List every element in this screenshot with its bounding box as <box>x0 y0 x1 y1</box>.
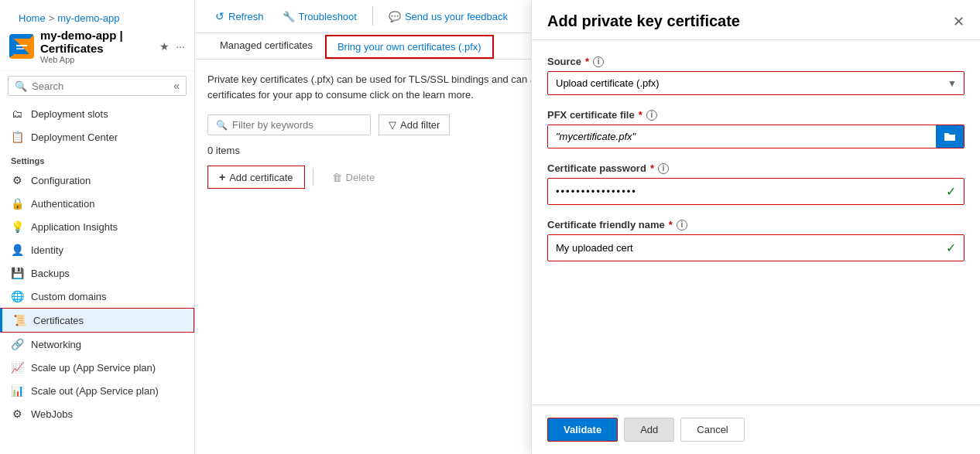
sidebar-item-certificates[interactable]: 📜 Certificates <box>0 308 194 333</box>
friendly-valid-icon: ✓ <box>946 241 956 255</box>
refresh-icon: ↺ <box>215 10 224 22</box>
friendly-required: * <box>669 219 673 230</box>
pfx-file-row <box>547 125 965 148</box>
breadcrumb-app[interactable]: my-demo-app <box>57 12 119 24</box>
sidebar-item-deployment-slots[interactable]: 🗂 Deployment slots <box>0 102 194 125</box>
filter-icon: 🔍 <box>216 120 228 131</box>
sidebar-item-configuration[interactable]: ⚙ Configuration <box>0 169 194 192</box>
sidebar-item-webjobs[interactable]: ⚙ WebJobs <box>0 402 194 425</box>
sidebar-item-application-insights[interactable]: 💡 Application Insights <box>0 215 194 238</box>
feedback-icon: 💬 <box>389 11 401 22</box>
filter-input-box[interactable]: 🔍 <box>207 114 371 135</box>
sidebar-item-label: Deployment slots <box>31 108 108 120</box>
sidebar-item-networking[interactable]: 🔗 Networking <box>0 333 194 356</box>
cancel-button[interactable]: Cancel <box>680 418 744 442</box>
sidebar-item-backups[interactable]: 💾 Backups <box>0 261 194 285</box>
sidebar-item-scale-up[interactable]: 📈 Scale up (App Service plan) <box>0 356 194 379</box>
sidebar-item-label: Backups <box>31 268 70 279</box>
password-label: Certificate password * i <box>547 162 965 174</box>
password-input[interactable] <box>556 186 940 197</box>
sidebar-item-label: Deployment Center <box>31 131 118 143</box>
password-info-icon[interactable]: i <box>658 163 669 174</box>
add-filter-button[interactable]: ▽ Add filter <box>379 114 450 135</box>
identity-icon: 👤 <box>11 244 23 256</box>
sidebar-nav: 🗂 Deployment slots 📋 Deployment Center S… <box>0 102 194 454</box>
pfx-file-input[interactable] <box>548 125 936 148</box>
sidebar-item-label: Identity <box>31 244 63 256</box>
source-select[interactable]: Upload certificate (.pfx) Import from Ke… <box>547 71 965 95</box>
friendly-name-group: Certificate friendly name * i ✓ <box>547 219 965 261</box>
page-title: my-demo-app | Certificates <box>40 29 153 55</box>
sidebar-item-identity[interactable]: 👤 Identity <box>0 238 194 261</box>
certificates-icon: 📜 <box>13 314 26 326</box>
delete-button[interactable]: 🗑 Delete <box>321 167 386 188</box>
pfx-label: PFX certificate file * i <box>547 109 965 121</box>
sidebar-item-label: Custom domains <box>31 291 107 302</box>
validate-button[interactable]: Validate <box>547 418 618 442</box>
sidebar-item-deployment-center[interactable]: 📋 Deployment Center <box>0 125 194 148</box>
friendly-name-input[interactable] <box>556 242 940 254</box>
more-icon[interactable]: ··· <box>176 40 185 53</box>
pfx-group: PFX certificate file * i <box>547 109 965 148</box>
app-subtitle: Web App <box>40 55 153 64</box>
add-cert-label: Add certificate <box>229 172 293 183</box>
panel-footer: Validate Add Cancel <box>532 405 980 454</box>
panel-header: Add private key certificate ✕ <box>532 0 980 40</box>
search-icon: 🔍 <box>15 80 27 92</box>
password-group: Certificate password * i ✓ <box>547 162 965 205</box>
delete-icon: 🗑 <box>332 172 342 183</box>
filter-input[interactable] <box>232 119 362 131</box>
sidebar-item-label: Scale out (App Service plan) <box>31 385 159 397</box>
sidebar-item-authentication[interactable]: 🔒 Authentication <box>0 192 194 215</box>
troubleshoot-icon: 🔧 <box>283 11 295 22</box>
backups-icon: 💾 <box>11 267 23 279</box>
app-title-row: my-demo-app | Certificates Web App ★ ··· <box>9 29 185 66</box>
search-box[interactable]: 🔍 « <box>8 76 187 96</box>
folder-icon <box>944 131 956 143</box>
domains-icon: 🌐 <box>11 290 23 302</box>
friendly-name-label: Certificate friendly name * i <box>547 219 965 230</box>
deployment-slots-icon: 🗂 <box>11 108 23 120</box>
sidebar-item-scale-out[interactable]: 📊 Scale out (App Service plan) <box>0 379 194 402</box>
source-group: Source * i Upload certificate (.pfx) Imp… <box>547 56 965 95</box>
collapse-button[interactable]: « <box>173 80 180 92</box>
sidebar-item-custom-domains[interactable]: 🌐 Custom domains <box>0 285 194 308</box>
main-wrapper: ↺ Refresh 🔧 Troubleshoot 💬 Send us your … <box>195 0 980 454</box>
friendly-name-input-row: ✓ <box>547 234 965 261</box>
filter-funnel-icon: ▽ <box>389 119 396 131</box>
troubleshoot-button[interactable]: 🔧 Troubleshoot <box>275 7 365 26</box>
star-icon[interactable]: ★ <box>159 40 170 53</box>
source-label: Source * i <box>547 56 965 67</box>
deployment-center-icon: 📋 <box>11 131 23 143</box>
password-required: * <box>650 162 654 174</box>
sidebar-header: Home > my-demo-app my-demo-app | Certifi… <box>0 0 194 71</box>
svg-rect-3 <box>16 48 24 49</box>
app-icon <box>9 34 34 59</box>
source-info-icon[interactable]: i <box>593 56 604 67</box>
friendly-info-icon[interactable]: i <box>677 220 687 230</box>
add-button[interactable]: Add <box>624 418 674 442</box>
feedback-button[interactable]: 💬 Send us your feedback <box>381 7 516 26</box>
panel-close-button[interactable]: ✕ <box>953 13 965 30</box>
troubleshoot-label: Troubleshoot <box>299 11 357 22</box>
add-certificate-button[interactable]: + Add certificate <box>207 166 305 189</box>
refresh-label: Refresh <box>228 11 264 22</box>
source-required: * <box>585 56 589 67</box>
password-valid-icon: ✓ <box>946 184 956 199</box>
insights-icon: 💡 <box>11 220 23 233</box>
feedback-label: Send us your feedback <box>405 11 508 22</box>
tab-own-certificates[interactable]: Bring your own certificates (.pfx) <box>325 35 494 59</box>
refresh-button[interactable]: ↺ Refresh <box>207 6 272 26</box>
sidebar-item-label: WebJobs <box>31 408 73 420</box>
toolbar-separator <box>372 7 373 26</box>
svg-rect-2 <box>16 45 27 46</box>
tab-managed[interactable]: Managed certificates <box>207 33 325 59</box>
add-certificate-panel: Add private key certificate ✕ Source * i… <box>531 0 980 454</box>
sidebar-item-label: Scale up (App Service plan) <box>31 362 156 374</box>
pfx-info-icon[interactable]: i <box>646 110 657 121</box>
breadcrumb-home[interactable]: Home <box>19 12 46 24</box>
search-input[interactable] <box>32 80 169 92</box>
file-browse-button[interactable] <box>936 125 964 148</box>
panel-body: Source * i Upload certificate (.pfx) Imp… <box>532 40 980 405</box>
add-icon: + <box>219 171 225 183</box>
